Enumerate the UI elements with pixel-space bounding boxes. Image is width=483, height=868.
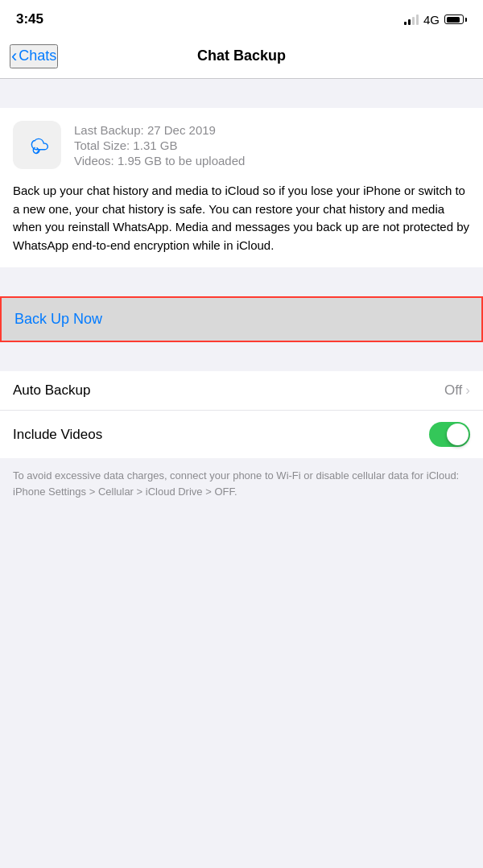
network-label: 4G [423,13,440,27]
back-button[interactable]: ‹ Chats [10,44,58,68]
settings-section: Auto Backup Off › Include Videos [0,371,483,458]
include-videos-toggle[interactable] [429,422,470,447]
include-videos-label: Include Videos [13,427,102,443]
backup-details: Last Backup: 27 Dec 2019 Total Size: 1.3… [74,123,245,167]
nav-bar: ‹ Chats Chat Backup [0,35,483,79]
status-bar: 3:45 4G [0,0,483,35]
signal-icon [404,14,419,25]
footer-note: To avoid excessive data charges, connect… [0,458,483,515]
auto-backup-row[interactable]: Auto Backup Off › [0,371,483,411]
last-backup-text: Last Backup: 27 Dec 2019 [74,123,245,137]
chevron-right-icon: › [465,382,470,399]
auto-backup-label: Auto Backup [13,382,90,399]
auto-backup-status: Off [444,382,462,399]
auto-backup-value: Off › [444,382,470,399]
chevron-left-icon: ‹ [11,46,17,67]
section-gap-lower [0,342,483,371]
page-title: Chat Backup [197,48,286,64]
back-label: Chats [19,48,56,64]
section-gap-top [0,79,483,108]
backup-now-button[interactable]: Back Up Now [2,298,481,341]
battery-icon [444,14,467,24]
cloud-refresh-icon [22,130,52,160]
status-time: 3:45 [16,11,43,27]
include-videos-row: Include Videos [0,411,483,458]
backup-now-section: Back Up Now [0,296,483,342]
backup-info-row: Last Backup: 27 Dec 2019 Total Size: 1.3… [13,121,470,169]
section-gap-mid [0,267,483,296]
backup-info-section: Last Backup: 27 Dec 2019 Total Size: 1.3… [0,108,483,267]
videos-text: Videos: 1.95 GB to be uploaded [74,154,245,167]
backup-description: Back up your chat history and media to i… [13,182,470,254]
cloud-icon-box [13,121,61,169]
toggle-knob [447,424,469,445]
status-icons: 4G [404,13,467,27]
total-size-text: Total Size: 1.31 GB [74,138,245,152]
